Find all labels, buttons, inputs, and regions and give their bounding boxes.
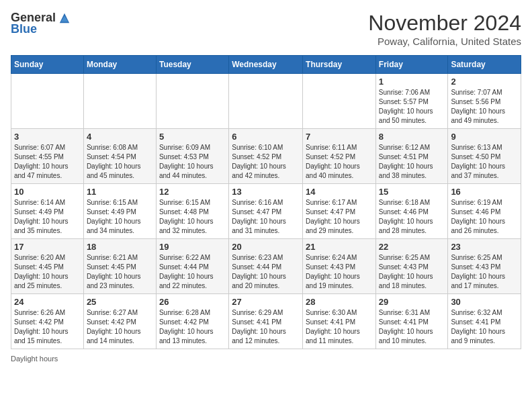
day-info: Sunrise: 6:32 AM Sunset: 4:41 PM Dayligh… [451, 308, 518, 346]
calendar-cell: 13Sunrise: 6:16 AM Sunset: 4:47 PM Dayli… [229, 184, 303, 239]
day-header-thursday: Thursday [303, 56, 376, 74]
day-number: 10 [14, 187, 81, 197]
day-number: 9 [451, 132, 518, 142]
calendar-cell: 23Sunrise: 6:25 AM Sunset: 4:43 PM Dayli… [448, 239, 521, 294]
calendar-cell [303, 74, 376, 129]
calendar-cell: 29Sunrise: 6:31 AM Sunset: 4:41 PM Dayli… [375, 294, 448, 349]
day-number: 18 [87, 242, 153, 252]
calendar-cell: 16Sunrise: 6:19 AM Sunset: 4:46 PM Dayli… [448, 184, 521, 239]
day-info: Sunrise: 6:13 AM Sunset: 4:50 PM Dayligh… [451, 143, 518, 181]
day-info: Sunrise: 6:25 AM Sunset: 4:43 PM Dayligh… [379, 253, 445, 291]
day-info: Sunrise: 6:07 AM Sunset: 4:55 PM Dayligh… [14, 143, 81, 181]
calendar-cell: 20Sunrise: 6:23 AM Sunset: 4:44 PM Dayli… [229, 239, 303, 294]
day-number: 21 [306, 242, 373, 252]
day-info: Sunrise: 6:15 AM Sunset: 4:48 PM Dayligh… [159, 198, 226, 236]
day-number: 27 [232, 297, 300, 307]
day-number: 26 [159, 297, 226, 307]
calendar-cell: 8Sunrise: 6:12 AM Sunset: 4:51 PM Daylig… [375, 129, 448, 184]
calendar-cell: 4Sunrise: 6:08 AM Sunset: 4:54 PM Daylig… [83, 129, 156, 184]
calendar-cell: 3Sunrise: 6:07 AM Sunset: 4:55 PM Daylig… [11, 129, 84, 184]
day-info: Sunrise: 6:29 AM Sunset: 4:41 PM Dayligh… [232, 308, 300, 346]
day-number: 7 [306, 132, 373, 142]
calendar-cell: 7Sunrise: 6:11 AM Sunset: 4:52 PM Daylig… [303, 129, 376, 184]
calendar-cell: 11Sunrise: 6:15 AM Sunset: 4:49 PM Dayli… [83, 184, 156, 239]
day-number: 1 [379, 77, 445, 87]
day-number: 3 [14, 132, 81, 142]
day-header-friday: Friday [375, 56, 448, 74]
calendar-cell: 19Sunrise: 6:22 AM Sunset: 4:44 PM Dayli… [156, 239, 228, 294]
calendar: SundayMondayTuesdayWednesdayThursdayFrid… [11, 55, 521, 349]
calendar-cell: 24Sunrise: 6:26 AM Sunset: 4:42 PM Dayli… [11, 294, 84, 349]
footer: Daylight hours [11, 355, 521, 363]
day-number: 15 [379, 187, 445, 197]
day-info: Sunrise: 6:15 AM Sunset: 4:49 PM Dayligh… [87, 198, 153, 236]
day-info: Sunrise: 6:10 AM Sunset: 4:52 PM Dayligh… [232, 143, 300, 181]
day-info: Sunrise: 6:18 AM Sunset: 4:46 PM Dayligh… [379, 198, 445, 236]
day-info: Sunrise: 6:09 AM Sunset: 4:53 PM Dayligh… [159, 143, 226, 181]
day-number: 19 [159, 242, 226, 252]
day-number: 16 [451, 187, 518, 197]
calendar-cell: 27Sunrise: 6:29 AM Sunset: 4:41 PM Dayli… [229, 294, 303, 349]
logo-icon [58, 12, 71, 24]
day-number: 29 [379, 297, 445, 307]
day-info: Sunrise: 7:06 AM Sunset: 5:57 PM Dayligh… [379, 88, 445, 126]
day-number: 5 [159, 132, 226, 142]
day-number: 13 [232, 187, 300, 197]
day-header-tuesday: Tuesday [156, 56, 228, 74]
day-info: Sunrise: 6:14 AM Sunset: 4:49 PM Dayligh… [14, 198, 81, 236]
day-info: Sunrise: 6:22 AM Sunset: 4:44 PM Dayligh… [159, 253, 226, 291]
day-header-sunday: Sunday [11, 56, 84, 74]
day-number: 25 [87, 297, 153, 307]
day-number: 4 [87, 132, 153, 142]
location-title: Poway, California, United States [368, 36, 521, 47]
calendar-cell [11, 74, 84, 129]
calendar-cell: 21Sunrise: 6:24 AM Sunset: 4:43 PM Dayli… [303, 239, 376, 294]
day-info: Sunrise: 6:28 AM Sunset: 4:42 PM Dayligh… [159, 308, 226, 346]
month-title: November 2024 [368, 11, 521, 36]
day-info: Sunrise: 6:12 AM Sunset: 4:51 PM Dayligh… [379, 143, 445, 181]
day-info: Sunrise: 6:31 AM Sunset: 4:41 PM Dayligh… [379, 308, 445, 346]
day-header-monday: Monday [83, 56, 156, 74]
calendar-cell [156, 74, 228, 129]
logo: General Blue [11, 11, 71, 36]
day-number: 2 [451, 77, 518, 87]
calendar-cell: 5Sunrise: 6:09 AM Sunset: 4:53 PM Daylig… [156, 129, 228, 184]
day-number: 30 [451, 297, 518, 307]
calendar-cell: 12Sunrise: 6:15 AM Sunset: 4:48 PM Dayli… [156, 184, 228, 239]
day-number: 12 [159, 187, 226, 197]
calendar-cell [83, 74, 156, 129]
day-info: Sunrise: 6:24 AM Sunset: 4:43 PM Dayligh… [306, 253, 373, 291]
calendar-cell: 10Sunrise: 6:14 AM Sunset: 4:49 PM Dayli… [11, 184, 84, 239]
calendar-cell: 1Sunrise: 7:06 AM Sunset: 5:57 PM Daylig… [375, 74, 448, 129]
day-info: Sunrise: 6:27 AM Sunset: 4:42 PM Dayligh… [87, 308, 153, 346]
day-info: Sunrise: 6:11 AM Sunset: 4:52 PM Dayligh… [306, 143, 373, 181]
day-number: 20 [232, 242, 300, 252]
day-number: 8 [379, 132, 445, 142]
logo-blue-text: Blue [11, 22, 37, 36]
day-number: 22 [379, 242, 445, 252]
day-number: 14 [306, 187, 373, 197]
day-header-wednesday: Wednesday [229, 56, 303, 74]
calendar-cell [229, 74, 303, 129]
day-info: Sunrise: 6:21 AM Sunset: 4:45 PM Dayligh… [87, 253, 153, 291]
day-info: Sunrise: 6:08 AM Sunset: 4:54 PM Dayligh… [87, 143, 153, 181]
calendar-cell: 25Sunrise: 6:27 AM Sunset: 4:42 PM Dayli… [83, 294, 156, 349]
calendar-cell: 30Sunrise: 6:32 AM Sunset: 4:41 PM Dayli… [448, 294, 521, 349]
day-info: Sunrise: 7:07 AM Sunset: 5:56 PM Dayligh… [451, 88, 518, 126]
day-number: 24 [14, 297, 81, 307]
day-number: 23 [451, 242, 518, 252]
calendar-cell: 6Sunrise: 6:10 AM Sunset: 4:52 PM Daylig… [229, 129, 303, 184]
day-info: Sunrise: 6:16 AM Sunset: 4:47 PM Dayligh… [232, 198, 300, 236]
calendar-cell: 18Sunrise: 6:21 AM Sunset: 4:45 PM Dayli… [83, 239, 156, 294]
day-number: 28 [306, 297, 373, 307]
calendar-cell: 15Sunrise: 6:18 AM Sunset: 4:46 PM Dayli… [375, 184, 448, 239]
day-info: Sunrise: 6:20 AM Sunset: 4:45 PM Dayligh… [14, 253, 81, 291]
day-info: Sunrise: 6:23 AM Sunset: 4:44 PM Dayligh… [232, 253, 300, 291]
title-block: November 2024 Poway, California, United … [368, 11, 521, 47]
calendar-cell: 9Sunrise: 6:13 AM Sunset: 4:50 PM Daylig… [448, 129, 521, 184]
day-header-saturday: Saturday [448, 56, 521, 74]
day-info: Sunrise: 6:25 AM Sunset: 4:43 PM Dayligh… [451, 253, 518, 291]
calendar-cell: 22Sunrise: 6:25 AM Sunset: 4:43 PM Dayli… [375, 239, 448, 294]
day-info: Sunrise: 6:30 AM Sunset: 4:41 PM Dayligh… [306, 308, 373, 346]
day-number: 6 [232, 132, 300, 142]
